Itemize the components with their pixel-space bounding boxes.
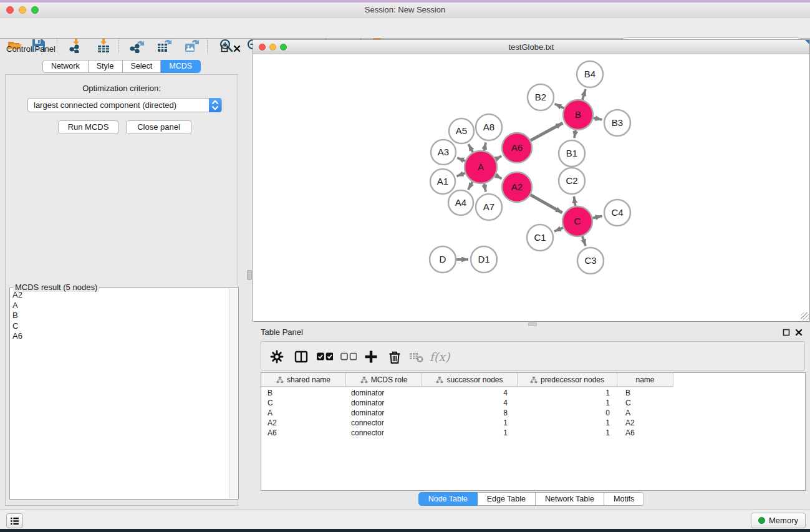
tab-network[interactable]: Network	[42, 60, 89, 73]
result-item[interactable]: A	[10, 301, 229, 311]
edge-A2-C[interactable]	[531, 195, 562, 213]
graph-node-C1[interactable]: C1	[527, 225, 553, 251]
run-mcds-button[interactable]: Run MCDS	[58, 120, 118, 134]
graph-node-C[interactable]: C	[562, 206, 592, 236]
result-item[interactable]: B	[10, 311, 229, 321]
network-canvas[interactable]: B4B2BB3A5A8A6A3B1AA1A2C2A4A7CC4C1C3DD1	[253, 54, 809, 321]
edge-A-A2[interactable]	[496, 175, 502, 178]
table-row[interactable]: A6connector11A6	[261, 428, 673, 438]
result-scrollbar[interactable]	[229, 289, 238, 498]
graph-node-A8[interactable]: A8	[476, 114, 502, 140]
delete-table-icon[interactable]	[407, 347, 426, 366]
graph-node-D[interactable]: D	[430, 246, 456, 273]
svg-text:A2: A2	[511, 181, 523, 192]
result-item[interactable]: C	[10, 321, 229, 332]
graph-node-B4[interactable]: B4	[577, 61, 603, 87]
export-table-icon[interactable]	[155, 37, 173, 54]
split-pane-icon[interactable]	[292, 347, 311, 366]
graph-node-C3[interactable]: C3	[577, 248, 604, 274]
resize-grip-icon[interactable]	[801, 312, 809, 321]
edge-A-A1[interactable]	[456, 173, 465, 177]
network-view-titlebar[interactable]: testGlobe.txt	[253, 40, 809, 54]
delete-column-icon[interactable]	[385, 347, 404, 366]
edge-A-A5[interactable]	[468, 144, 473, 152]
table-cell: dominator	[346, 388, 422, 398]
edge-C-C4[interactable]	[592, 216, 602, 218]
import-table-icon[interactable]	[95, 37, 112, 54]
tab-network-table[interactable]: Network Table	[536, 492, 604, 506]
graph-node-A4[interactable]: A4	[448, 190, 473, 215]
close-table-panel-icon[interactable]	[795, 329, 803, 336]
graph-node-B2[interactable]: B2	[528, 84, 554, 110]
svg-text:A7: A7	[483, 201, 494, 212]
import-network-icon[interactable]	[67, 37, 85, 54]
select-all-icon[interactable]	[314, 347, 333, 366]
memory-button[interactable]: Memory	[751, 513, 806, 528]
table-row[interactable]: A2connector11A2	[261, 418, 673, 428]
graph-node-A5[interactable]: A5	[449, 118, 474, 143]
gear-icon[interactable]	[268, 347, 286, 366]
splitter-handle[interactable]	[247, 270, 252, 280]
edge-A-A7[interactable]	[484, 183, 486, 191]
tab-motifs[interactable]: Motifs	[604, 492, 644, 506]
edge-B-B4[interactable]	[582, 89, 586, 100]
edge-A-A3[interactable]	[457, 158, 465, 161]
graph-node-D1[interactable]: D1	[471, 246, 497, 273]
column-header-predecessor-nodes[interactable]: predecessor nodes	[518, 373, 617, 387]
edge-C-C2[interactable]	[574, 196, 575, 206]
node-table: shared nameMCDS rolesuccessor nodesprede…	[261, 372, 806, 491]
graph-node-B[interactable]: B	[563, 100, 593, 130]
function-builder-icon[interactable]: f(x)	[430, 347, 449, 366]
export-image-icon[interactable]	[183, 37, 200, 54]
graph-node-C2[interactable]: C2	[559, 168, 585, 194]
table-row[interactable]: Cdominator41C	[261, 398, 673, 408]
edge-A-A6[interactable]	[496, 156, 501, 159]
graph-node-A3[interactable]: A3	[431, 140, 456, 165]
graph-node-A1[interactable]: A1	[430, 169, 455, 194]
edge-C-C1[interactable]	[554, 228, 563, 231]
table-row[interactable]: Adominator80A	[261, 408, 673, 418]
optimization-criterion-label: Optimization criterion:	[6, 84, 238, 93]
graph-node-A[interactable]: A	[465, 151, 497, 183]
edge-A-A8[interactable]	[484, 142, 486, 150]
graph-node-A7[interactable]: A7	[476, 194, 502, 220]
export-network-icon[interactable]	[128, 37, 146, 54]
edge-C-C3[interactable]	[582, 236, 586, 246]
table-toolbar: f(x)	[261, 341, 805, 370]
tab-mcds[interactable]: MCDS	[161, 60, 201, 73]
graph-node-A6[interactable]: A6	[502, 133, 532, 163]
tab-select[interactable]: Select	[123, 60, 162, 73]
add-column-icon[interactable]	[362, 347, 380, 366]
table-cell: 1	[518, 418, 617, 428]
horizontal-scrollbar-thumb[interactable]	[528, 322, 537, 326]
graph-node-A2[interactable]: A2	[502, 172, 532, 202]
tab-edge-table[interactable]: Edge Table	[478, 492, 536, 506]
deselect-all-icon[interactable]	[338, 347, 357, 366]
task-history-button[interactable]	[6, 513, 23, 528]
table-row[interactable]: Bdominator41B	[261, 388, 673, 398]
edge-B-B3[interactable]	[593, 118, 602, 120]
float-table-panel-icon[interactable]	[783, 329, 790, 336]
criterion-select[interactable]: largest connected component (directed)	[27, 98, 222, 112]
control-panel-title: Control Panel	[6, 44, 55, 54]
edge-A6-B[interactable]	[531, 123, 562, 140]
tab-node-table[interactable]: Node Table	[418, 492, 478, 506]
edge-A-A4[interactable]	[468, 182, 473, 190]
column-header-shared-name[interactable]: shared name	[261, 373, 346, 387]
edge-B-B1[interactable]	[574, 130, 576, 138]
graph-node-B3[interactable]: B3	[604, 110, 630, 136]
graph-node-C4[interactable]: C4	[604, 200, 630, 226]
table-cell: B	[617, 388, 673, 398]
edge-B-B2[interactable]	[555, 104, 564, 109]
close-panel-button[interactable]: Close panel	[126, 120, 191, 134]
result-item[interactable]: A6	[10, 331, 229, 342]
column-header-MCDS-role[interactable]: MCDS role	[346, 373, 422, 387]
table-cell: 0	[518, 408, 617, 418]
column-header-successor-nodes[interactable]: successor nodes	[422, 373, 518, 387]
column-header-name[interactable]: name	[617, 373, 673, 387]
tab-style[interactable]: Style	[89, 60, 123, 73]
graph-node-B1[interactable]: B1	[559, 140, 585, 167]
close-panel-icon[interactable]	[233, 45, 241, 52]
float-panel-icon[interactable]	[221, 45, 228, 52]
svg-text:A1: A1	[437, 176, 448, 186]
